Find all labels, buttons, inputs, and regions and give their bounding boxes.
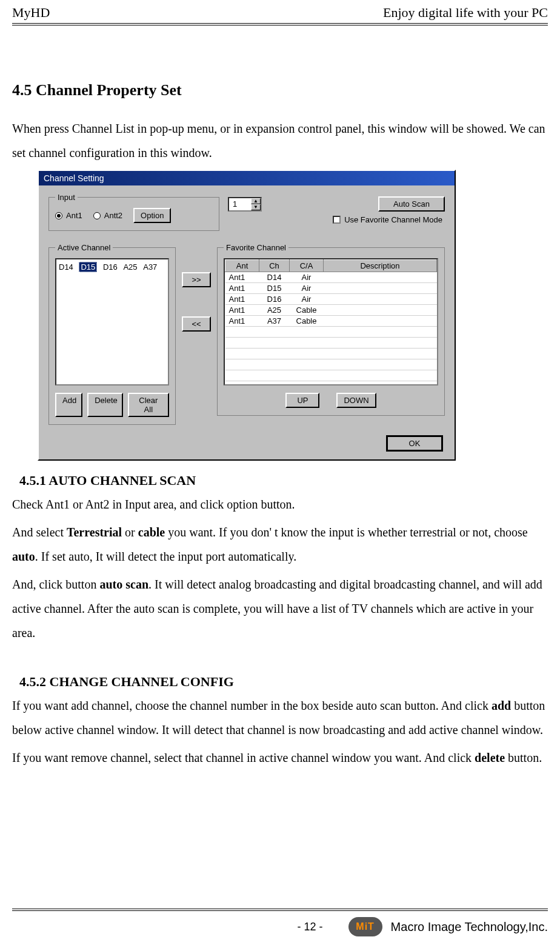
favorite-channel-groupbox: Favorite Channel Ant Ch C/A Description	[217, 243, 445, 416]
favorite-channel-table: Ant Ch C/A Description Ant1D14Air Ant1D1…	[225, 259, 437, 381]
sub2-p1: If you want add channel, choose the chan…	[12, 693, 548, 742]
radio-ant2-label: Antt2	[104, 211, 122, 220]
ok-button-label: OK	[409, 439, 421, 448]
list-item[interactable]: A25	[123, 262, 137, 272]
list-item[interactable]: D15	[79, 262, 97, 272]
col-ant[interactable]: Ant	[225, 260, 259, 272]
ok-button[interactable]: OK	[387, 436, 442, 451]
active-channel-listbox[interactable]: D14 D15 D16 A25 A37	[55, 258, 169, 385]
list-item[interactable]: D16	[103, 262, 118, 272]
favorite-channel-legend: Favorite Channel	[224, 243, 288, 252]
delete-button-label: Delete	[95, 396, 118, 405]
option-button[interactable]: Option	[133, 208, 171, 223]
col-ca[interactable]: C/A	[290, 260, 324, 272]
clear-all-button-label: Clear All	[139, 396, 158, 414]
table-row[interactable]: Ant1D14Air	[225, 272, 437, 283]
add-button[interactable]: Add	[55, 393, 82, 417]
subsection-451-title: 4.5.1 AUTO CHANNEL SCAN	[19, 473, 548, 489]
mit-logo-text: MiT	[348, 917, 382, 936]
table-row[interactable]: Ant1A37Cable	[225, 316, 437, 327]
header-left: MyHD	[12, 5, 50, 21]
table-row	[225, 370, 437, 381]
add-button-label: Add	[62, 396, 76, 405]
favorite-channel-table-wrap[interactable]: Ant Ch C/A Description Ant1D14Air Ant1D1…	[224, 258, 438, 385]
spinner-value: 1	[229, 198, 251, 210]
top-right-area: 1 ▲ ▼ Auto Scan	[228, 193, 445, 224]
spinner-arrows[interactable]: ▲ ▼	[251, 198, 261, 210]
chevron-up-icon[interactable]: ▲	[251, 198, 261, 204]
radio-dot-icon	[93, 212, 101, 219]
list-item[interactable]: A37	[143, 262, 157, 272]
table-row	[225, 338, 437, 349]
radio-ant2[interactable]: Antt2	[93, 211, 122, 220]
channel-number-spinner[interactable]: 1 ▲ ▼	[228, 197, 262, 212]
move-right-button[interactable]: >>	[182, 272, 211, 287]
favorite-mode-checkbox[interactable]: Use Favorite Channel Mode	[228, 215, 445, 224]
move-left-label: <<	[192, 319, 201, 329]
page-content: 4.5 Channel Property Set When press Chan…	[12, 27, 548, 770]
favorite-tbody: Ant1D14Air Ant1D15Air Ant1D16Air Ant1A25…	[225, 272, 437, 381]
sub1-p3: And, click button auto scan. It will det…	[12, 572, 548, 645]
down-button[interactable]: DOWN	[336, 393, 376, 408]
sub1-p1: Check Ant1 or Ant2 in Input area, and cl…	[12, 492, 548, 516]
sub1-p2: And select Terrestrial or cable you want…	[12, 520, 548, 569]
radio-dot-icon	[55, 212, 62, 219]
active-channel-groupbox: Active Channel D14 D15 D16 A25 A37 Add D…	[48, 243, 176, 425]
active-channel-legend: Active Channel	[55, 243, 113, 252]
auto-scan-label: Auto Scan	[393, 199, 430, 209]
list-item[interactable]: D14	[59, 262, 73, 272]
table-row	[225, 327, 437, 338]
footer-rule	[12, 909, 548, 911]
auto-scan-button[interactable]: Auto Scan	[378, 196, 445, 212]
clear-all-button[interactable]: Clear All	[128, 393, 169, 417]
table-row[interactable]: Ant1D15Air	[225, 283, 437, 294]
radio-ant1-label: Ant1	[66, 211, 82, 220]
table-row	[225, 359, 437, 370]
col-desc[interactable]: Description	[324, 260, 437, 272]
subsection-452-title: 4.5.2 CHANGE CHANNEL CONFIG	[19, 674, 548, 690]
page-number: - 12 -	[298, 921, 323, 933]
checkbox-icon	[333, 216, 341, 224]
input-legend: Input	[55, 193, 78, 202]
header-right: Enjoy digital life with your PC	[383, 5, 548, 21]
up-button[interactable]: UP	[285, 393, 319, 408]
down-button-label: DOWN	[344, 396, 368, 405]
up-button-label: UP	[297, 396, 308, 405]
dialog-titlebar: Channel Setting	[39, 171, 455, 185]
dialog-body: Input Ant1 Antt2 Option	[39, 185, 455, 459]
sub2-p2: If you want remove channel, select that …	[12, 746, 548, 770]
option-button-label: Option	[141, 211, 164, 220]
header-rule	[12, 23, 548, 25]
channel-setting-dialog: Channel Setting Input Ant1 An	[38, 170, 456, 461]
input-groupbox: Input Ant1 Antt2 Option	[48, 193, 219, 231]
delete-button[interactable]: Delete	[87, 393, 122, 417]
move-left-button[interactable]: <<	[182, 316, 211, 332]
col-ch[interactable]: Ch	[259, 260, 290, 272]
favorite-mode-label: Use Favorite Channel Mode	[344, 215, 442, 224]
table-row[interactable]: Ant1A25Cable	[225, 305, 437, 316]
table-row[interactable]: Ant1D16Air	[225, 294, 437, 305]
table-row	[225, 349, 437, 359]
company-name: Macro Image Technology,Inc.	[391, 920, 548, 934]
section-intro: When press Channel List in pop-up menu, …	[12, 116, 548, 165]
mit-logo-icon: MiT	[348, 917, 382, 936]
move-right-label: >>	[192, 275, 201, 284]
page-header: MyHD Enjoy digital life with your PC	[12, 0, 548, 23]
page-footer: - 12 - MiT Macro Image Technology,Inc.	[12, 909, 548, 936]
dialog-title: Channel Setting	[44, 173, 104, 183]
dialog-screenshot: Channel Setting Input Ant1 An	[38, 170, 548, 461]
section-title: 4.5 Channel Property Set	[12, 81, 548, 99]
chevron-down-icon[interactable]: ▼	[251, 204, 261, 210]
radio-ant1[interactable]: Ant1	[55, 211, 82, 220]
